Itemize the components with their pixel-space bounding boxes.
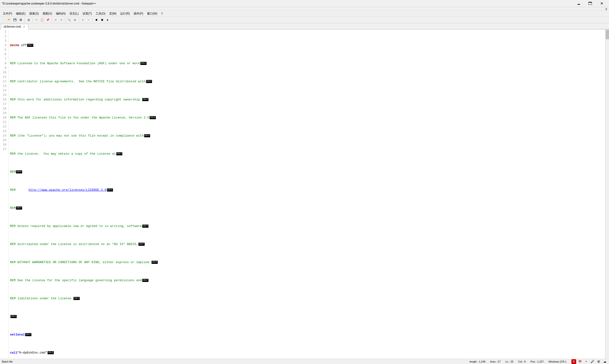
sogou-mic-icon[interactable]: 🎤 <box>590 359 595 364</box>
line-numbers: 12345 678910 1112131415 1617181920 21222… <box>0 29 9 364</box>
toolbar-print[interactable]: 🖨 <box>26 17 31 23</box>
toolbar: 📄 📂 💾 🖫 🖨 ✂ 📋 📌 ↩ ↪ 🔍 ⇄ + − ⏺ ⏹ ▶ <box>0 17 609 23</box>
code-line-4: REM this work for additional information… <box>10 97 604 102</box>
code-line-16: CRLF <box>10 314 604 319</box>
code-line-15: REM limitations under the License.CRLF <box>10 296 604 301</box>
minimize-button[interactable]: 🗕 <box>573 0 584 7</box>
menu-file[interactable]: 文件(F) <box>1 11 14 16</box>
toolbar-copy[interactable]: 📋 <box>39 17 45 23</box>
status-pos: Pos : 1,237 <box>531 360 544 363</box>
code-line-17: setlocalCRLF <box>10 332 604 337</box>
menu-encode[interactable]: 编码(N) <box>54 11 67 16</box>
toolbar-undo[interactable]: ↩ <box>53 17 58 23</box>
sogou-s-icon: S <box>571 359 576 364</box>
menu-settings[interactable]: 设置(T) <box>81 11 94 16</box>
code-line-14: REM See the License for the specific lan… <box>10 278 604 283</box>
code-line-9: REM http://www.apache.org/licenses/LICEN… <box>10 188 604 192</box>
toolbar-zoom-out[interactable]: − <box>86 17 91 23</box>
code-line-12: REM distributed under the License is dis… <box>10 242 604 247</box>
code-line-13: REM WITHOUT WARRANTIES OR CONDITIONS OF … <box>10 260 604 265</box>
menu-view[interactable]: 视图(V) <box>41 11 54 16</box>
tab-bar: zkServer.cmd ✕ <box>0 23 609 29</box>
toolbar-save-all[interactable]: 🖫 <box>18 17 23 23</box>
menu-language[interactable]: 语言(L) <box>67 11 81 16</box>
toolbar-open[interactable]: 📂 <box>7 17 12 23</box>
code-line-8: REMCRLF <box>10 170 604 174</box>
toolbar-macro-stop[interactable]: ⏹ <box>99 17 105 23</box>
menu-macro[interactable]: 宏(M) <box>107 11 118 16</box>
sogou-cloud-icon[interactable]: ☁ <box>602 359 607 364</box>
toolbar-paste[interactable]: 📌 <box>45 17 51 23</box>
code-line-6: REM (the "License"); you may not use thi… <box>10 133 604 138</box>
toolbar-sep-1 <box>25 18 25 22</box>
menu-help[interactable]: ? <box>159 12 165 16</box>
toolbar-sep-2 <box>32 18 33 22</box>
status-col: Col : 6 <box>518 360 526 363</box>
tab-zk-server[interactable]: zkServer.cmd ✕ <box>1 24 28 29</box>
toolbar-save[interactable]: 💾 <box>12 17 18 23</box>
menu-search[interactable]: 搜索(S) <box>27 11 41 16</box>
sogou-zh-icon[interactable]: 中 <box>578 359 582 364</box>
title-bar: *D:\zookeeper\apache-zookeeper-3.8.0-bin… <box>0 0 609 7</box>
toolbar-sep-6 <box>92 18 92 22</box>
status-ln: Ln : 25 <box>505 360 514 363</box>
secondary-title-bar: X <box>0 7 609 11</box>
code-line-10: REMCRLF <box>10 206 604 210</box>
toolbar-find[interactable]: 🔍 <box>67 17 72 23</box>
close-x-button[interactable]: X <box>605 8 607 11</box>
status-right: length : 1,248 lines : 27 Ln : 25 Col : … <box>470 359 607 364</box>
menu-edit[interactable]: 编辑(E) <box>14 11 27 16</box>
code-line-1: @echo offCRLF <box>10 43 604 48</box>
editor-container: 12345 678910 1112131415 1617181920 21222… <box>0 29 609 364</box>
code-area[interactable]: @echo offCRLF REM Licensed to the Apache… <box>9 29 605 364</box>
sogou-monitor-icon[interactable]: ⊞ <box>596 359 601 364</box>
tab-close-button[interactable]: ✕ <box>22 25 26 28</box>
system-tray: S 中 • 🎤 ⊞ ☁ <box>571 359 607 364</box>
close-button[interactable]: ✕ <box>596 0 607 7</box>
tab-label: zkServer.cmd <box>4 25 21 28</box>
toolbar-redo[interactable]: ↪ <box>59 17 64 23</box>
toolbar-new[interactable]: 📄 <box>1 17 6 23</box>
menu-tools[interactable]: 工具(O) <box>94 11 107 16</box>
toolbar-macro-play[interactable]: ▶ <box>105 17 110 23</box>
toolbar-sep-5 <box>79 18 79 22</box>
toolbar-sep-4 <box>65 18 65 22</box>
menu-bar: 文件(F) 编辑(E) 搜索(S) 视图(V) 编码(N) 语言(L) 设置(T… <box>0 11 609 17</box>
code-line-11: REM Unless required by applicable law or… <box>10 224 604 228</box>
scrollbar-vertical[interactable] <box>605 29 609 364</box>
toolbar-cut[interactable]: ✂ <box>34 17 39 23</box>
code-line-18: call "%~dp0zkEnv.cmd"CRLF <box>10 351 604 355</box>
status-file-type: Batch file <box>2 360 470 363</box>
window-controls: 🗕 🗖 ✕ <box>573 0 607 7</box>
status-bar: Batch file length : 1,248 lines : 27 Ln … <box>0 359 609 364</box>
toolbar-macro-record[interactable]: ⏺ <box>94 17 99 23</box>
code-line-7: REM the License. You may obtain a copy o… <box>10 152 604 156</box>
toolbar-replace[interactable]: ⇄ <box>72 17 78 23</box>
status-length: length : 1,248 <box>470 360 486 363</box>
menu-run[interactable]: 运行(R) <box>118 11 132 16</box>
toolbar-zoom-in[interactable]: + <box>80 17 85 23</box>
sogou-dot-icon[interactable]: • <box>584 359 589 364</box>
code-line-2: REM Licensed to the Apache Software Foun… <box>10 61 604 66</box>
toolbar-sep-3 <box>52 18 52 22</box>
menu-plugins[interactable]: 插件(P) <box>132 11 145 16</box>
status-lines: lines : 27 <box>490 360 501 363</box>
menu-window[interactable]: 窗口(W) <box>145 11 159 16</box>
code-line-5: REM The ASF licenses this file to You un… <box>10 115 604 120</box>
code-line-3: REM contributor license agreements. See … <box>10 79 604 84</box>
status-encoding: Windows (CR L <box>549 360 567 363</box>
title-text: *D:\zookeeper\apache-zookeeper-3.8.0-bin… <box>2 2 573 5</box>
maximize-button[interactable]: 🗖 <box>585 0 596 7</box>
